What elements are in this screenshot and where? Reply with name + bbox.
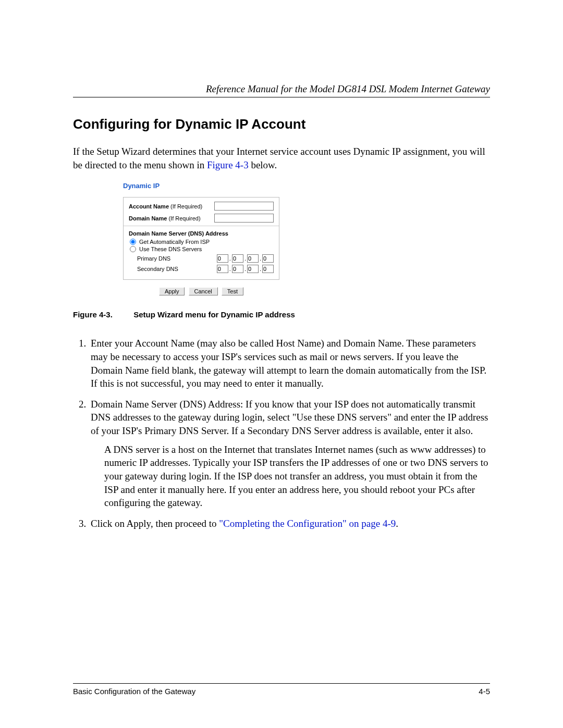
- secondary-dns-octet-3[interactable]: [247, 265, 259, 273]
- footer-left: Basic Configuration of the Gateway: [73, 687, 195, 696]
- primary-dns-row: Primary DNS . . .: [137, 254, 274, 263]
- domain-name-input[interactable]: [214, 214, 274, 223]
- radio-use-dns[interactable]: Use These DNS Servers: [130, 246, 274, 252]
- intro-paragraph: If the Setup Wizard determines that your…: [73, 145, 490, 171]
- account-name-row: Account Name (If Required): [129, 202, 274, 211]
- primary-dns-octet-3[interactable]: [247, 254, 259, 263]
- figure-number: Figure 4-3.: [73, 310, 131, 319]
- domain-name-label: Domain Name (If Required): [129, 215, 201, 221]
- primary-dns-octet-4[interactable]: [262, 254, 274, 263]
- step-2: Domain Name Server (DNS) Address: If you…: [89, 398, 490, 510]
- secondary-dns-octet-1[interactable]: [217, 265, 228, 273]
- completing-configuration-link[interactable]: "Completing the Configuration" on page 4…: [219, 518, 396, 529]
- figure-caption-text: Setup Wizard menu for Dynamic IP address: [133, 310, 295, 319]
- intro-text-1: If the Setup Wizard determines that your…: [73, 146, 485, 170]
- primary-dns-label: Primary DNS: [137, 255, 170, 262]
- radio-auto-isp-input[interactable]: [130, 239, 136, 245]
- section-heading: Configuring for Dynamic IP Account: [73, 116, 490, 132]
- radio-use-dns-input[interactable]: [130, 246, 136, 252]
- secondary-dns-octet-2[interactable]: [232, 265, 243, 273]
- primary-dns-octets: . . .: [217, 254, 274, 263]
- secondary-dns-octets: . . .: [217, 265, 274, 273]
- panel-separator: [124, 226, 279, 226]
- secondary-dns-row: Secondary DNS . . .: [137, 265, 274, 273]
- secondary-dns-label: Secondary DNS: [137, 266, 178, 272]
- step-1: Enter your Account Name (may also be cal…: [89, 337, 490, 390]
- radio-auto-isp-label: Get Automatically From ISP: [139, 239, 210, 245]
- cancel-button[interactable]: Cancel: [189, 287, 218, 295]
- page-header: Reference Manual for the Model DG814 DSL…: [73, 83, 490, 97]
- header-title: Reference Manual for the Model DG814 DSL…: [73, 83, 490, 95]
- secondary-dns-octet-4[interactable]: [262, 265, 274, 273]
- account-name-input[interactable]: [214, 202, 274, 211]
- account-name-label: Account Name (If Required): [129, 203, 202, 209]
- figure-dynamic-ip: Dynamic IP Account Name (If Required) Do…: [123, 182, 490, 295]
- domain-name-row: Domain Name (If Required): [129, 214, 274, 223]
- radio-use-dns-label: Use These DNS Servers: [139, 246, 202, 252]
- figure-title: Dynamic IP: [123, 182, 279, 190]
- step-2-note: A DNS server is a host on the Internet t…: [104, 443, 490, 510]
- figure-caption: Figure 4-3. Setup Wizard menu for Dynami…: [73, 310, 490, 319]
- primary-dns-octet-1[interactable]: [217, 254, 228, 263]
- instruction-list: Enter your Account Name (may also be cal…: [73, 337, 490, 530]
- page-footer: Basic Configuration of the Gateway 4-5: [73, 683, 490, 696]
- apply-button[interactable]: Apply: [159, 287, 185, 295]
- footer-rule: [73, 683, 490, 684]
- dynamic-ip-panel: Account Name (If Required) Domain Name (…: [123, 197, 279, 280]
- document-page: Reference Manual for the Model DG814 DSL…: [0, 0, 563, 728]
- intro-text-2: below.: [249, 159, 277, 170]
- figure-reference-link[interactable]: Figure 4-3: [207, 159, 249, 170]
- test-button[interactable]: Test: [222, 287, 243, 295]
- dns-heading: Domain Name Server (DNS) Address: [129, 230, 274, 237]
- footer-right: 4-5: [479, 687, 490, 696]
- button-row: Apply Cancel Test: [123, 287, 279, 295]
- radio-auto-isp[interactable]: Get Automatically From ISP: [130, 239, 274, 245]
- step-3: Click on Apply, then proceed to "Complet…: [89, 517, 490, 530]
- primary-dns-octet-2[interactable]: [232, 254, 243, 263]
